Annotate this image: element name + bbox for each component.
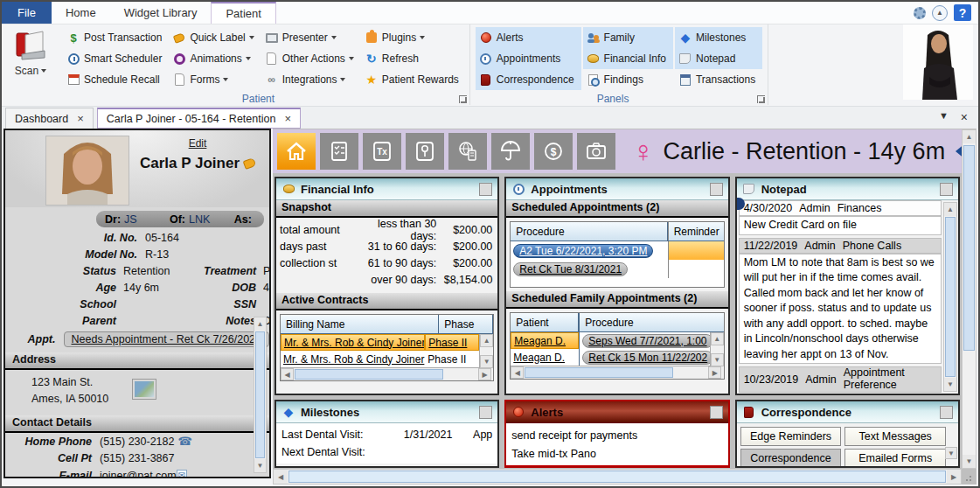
table-vertical-scrollbar[interactable]: ▲ ▼ bbox=[479, 334, 493, 368]
note-entry-body[interactable]: New Credit Card on file bbox=[739, 216, 942, 235]
presenter-button[interactable]: Presenter bbox=[263, 27, 359, 48]
reminder-cell[interactable] bbox=[668, 260, 724, 278]
home-icon[interactable] bbox=[277, 133, 316, 170]
scroll-right-icon[interactable]: ▶ bbox=[708, 366, 721, 379]
scrollbar-thumb[interactable] bbox=[525, 367, 673, 378]
column-procedure[interactable]: Procedure bbox=[579, 313, 723, 331]
scroll-down-icon[interactable]: ▼ bbox=[254, 459, 266, 472]
online-forms-globe-icon[interactable] bbox=[448, 133, 487, 170]
scroll-down-icon[interactable]: ▼ bbox=[945, 447, 957, 459]
note-entry-header[interactable]: 11/22/2019AdminPhone Calls bbox=[739, 238, 942, 254]
panel-toggle-transactions[interactable]: Transactions bbox=[675, 69, 762, 90]
tx-treatment-icon[interactable]: Tx bbox=[363, 133, 401, 170]
needs-appointment-link[interactable]: Needs Appointment - Ret Ck 7/26/2021 bbox=[64, 331, 270, 347]
previous-patient-arrow-icon[interactable] bbox=[956, 143, 962, 159]
patient-rewards-button[interactable]: ★Patient Rewards bbox=[363, 69, 464, 90]
integrations-button[interactable]: ∞Integrations bbox=[263, 69, 359, 90]
scroll-right-icon[interactable]: ▶ bbox=[947, 470, 961, 484]
scroll-up-icon[interactable]: ▲ bbox=[944, 203, 956, 216]
label-tag-icon[interactable] bbox=[243, 157, 257, 170]
findings-pin-icon[interactable] bbox=[406, 133, 444, 170]
scroll-left-icon[interactable]: ◀ bbox=[281, 368, 294, 380]
insurance-umbrella-icon[interactable] bbox=[491, 133, 530, 170]
main-horizontal-scrollbar[interactable]: ◀ ▶ bbox=[273, 469, 962, 485]
map-thumbnail-icon[interactable] bbox=[133, 380, 156, 399]
settings-gear-icon[interactable] bbox=[914, 7, 926, 19]
table-vertical-scrollbar[interactable]: ▲ ▼ bbox=[710, 332, 724, 366]
animations-button[interactable]: Animations bbox=[170, 48, 259, 69]
scan-button[interactable]: Scan bbox=[2, 24, 59, 105]
email-link[interactable]: joiner@pat.com bbox=[100, 470, 177, 479]
main-vertical-scrollbar[interactable]: ▲ ▼ bbox=[962, 129, 977, 469]
table-horizontal-scrollbar[interactable]: ◀ ▶ bbox=[511, 366, 723, 379]
appointment-row[interactable]: A2 Tue 6/22/2021, 3:20 PM bbox=[511, 241, 723, 260]
refresh-button[interactable]: ↻Refresh bbox=[363, 48, 464, 69]
contract-row[interactable]: Mr. & Mrs. Rob & Cindy Joiner Phase II bbox=[281, 334, 479, 351]
tab-list-caret-icon[interactable]: ▼ bbox=[939, 110, 949, 124]
tab-widget-library[interactable]: Widget Library bbox=[110, 2, 212, 24]
scrollbar-thumb[interactable] bbox=[945, 217, 956, 377]
close-icon[interactable]: × bbox=[77, 112, 84, 125]
family-appointment-row[interactable]: Meagan D. Seps Wed 7/7/2021, 1:00 bbox=[511, 332, 709, 349]
panel-toggle-family[interactable]: Family bbox=[583, 27, 673, 48]
scroll-up-icon[interactable]: ▲ bbox=[254, 317, 266, 331]
scroll-up-icon[interactable]: ▲ bbox=[711, 332, 724, 345]
phone-icon[interactable]: ☎ bbox=[177, 435, 191, 448]
contract-row[interactable]: Mr. & Mrs. Rob & Cindy Joiner Phase II bbox=[281, 351, 479, 367]
tab-patient-record[interactable]: Carla P Joiner - 05-164 - Retention × bbox=[97, 108, 301, 129]
reminder-cell[interactable] bbox=[668, 241, 724, 260]
panel-toggle-correspondence[interactable]: Correspondence bbox=[476, 69, 581, 90]
appointment-row[interactable]: Ret Ck Tue 8/31/2021 bbox=[511, 260, 723, 278]
column-reminder[interactable]: Reminder bbox=[668, 222, 724, 241]
panel-toggle-milestones[interactable]: ◆Milestones bbox=[675, 27, 762, 48]
panel-toggle-appointments[interactable]: Appointments bbox=[476, 48, 581, 69]
tab-patient[interactable]: Patient bbox=[211, 2, 275, 24]
scroll-up-icon[interactable]: ▲ bbox=[480, 334, 493, 347]
table-horizontal-scrollbar[interactable]: ◀ ▶ bbox=[281, 367, 493, 380]
scrollbar-thumb[interactable] bbox=[255, 331, 265, 458]
tab-home[interactable]: Home bbox=[52, 2, 110, 24]
panel-toggle-alerts[interactable]: Alerts bbox=[476, 27, 581, 48]
notepad-panel-checkbox[interactable] bbox=[940, 183, 953, 196]
notepad-scrollbar[interactable]: ▲ ▼ bbox=[943, 202, 957, 392]
note-entry-header[interactable]: 10/23/2019AdminAppointment Preference bbox=[739, 366, 942, 393]
scroll-down-icon[interactable]: ▼ bbox=[963, 455, 976, 468]
scroll-left-icon[interactable]: ◀ bbox=[274, 470, 288, 484]
correspondence-button[interactable]: Correspondence bbox=[740, 449, 842, 468]
alerts-panel-checkbox[interactable] bbox=[710, 406, 723, 419]
panel-toggle-financial-info[interactable]: Financial Info bbox=[583, 48, 673, 69]
correspondence-panel-checkbox[interactable] bbox=[940, 406, 953, 419]
scroll-down-icon[interactable]: ▼ bbox=[480, 355, 493, 368]
patient-group-dialog-launcher[interactable] bbox=[459, 95, 467, 103]
mail-icon[interactable]: ✉ bbox=[177, 470, 187, 478]
help-button[interactable]: ? bbox=[954, 4, 971, 21]
panel-toggle-findings[interactable]: Findings bbox=[583, 69, 673, 90]
milestones-panel-checkbox[interactable] bbox=[479, 406, 492, 419]
scrollbar-thumb[interactable] bbox=[288, 471, 946, 483]
text-messages-button[interactable]: Text Messages bbox=[844, 427, 946, 446]
smart-scheduler-button[interactable]: Smart Scheduler bbox=[65, 48, 167, 69]
edit-link[interactable]: Edit bbox=[189, 137, 207, 150]
scroll-right-icon[interactable]: ▶ bbox=[478, 368, 491, 380]
quick-label-button[interactable]: Quick Label bbox=[170, 27, 259, 48]
emailed-forms-button[interactable]: Emailed Forms bbox=[844, 449, 946, 468]
exam-checklist-icon[interactable] bbox=[320, 133, 358, 170]
schedule-recall-button[interactable]: Schedule Recall bbox=[65, 69, 167, 90]
scroll-down-icon[interactable]: ▼ bbox=[711, 353, 724, 366]
scroll-up-icon[interactable]: ▲ bbox=[963, 130, 976, 143]
scroll-left-icon[interactable]: ◀ bbox=[511, 366, 524, 379]
scroll-down-icon[interactable]: ▼ bbox=[944, 378, 956, 391]
note-entry-body[interactable]: Mom LM to note that 8am is best so we wi… bbox=[739, 254, 942, 365]
resize-grip[interactable] bbox=[964, 472, 975, 483]
tab-dashboard[interactable]: Dashboard × bbox=[5, 108, 94, 129]
panels-group-dialog-launcher[interactable] bbox=[757, 95, 765, 103]
imaging-camera-icon[interactable] bbox=[577, 133, 615, 170]
close-document-icon[interactable]: × bbox=[961, 110, 968, 124]
other-actions-button[interactable]: Other Actions bbox=[263, 48, 359, 69]
scrollbar-thumb[interactable] bbox=[963, 145, 975, 351]
family-appointment-row[interactable]: Meagan D. Ret Ck 15 Mon 11/22/202 bbox=[511, 349, 709, 366]
column-procedure[interactable]: Procedure bbox=[511, 222, 667, 241]
alert-line[interactable]: Take mid-tx Pano bbox=[511, 444, 722, 463]
plugins-button[interactable]: Plugins bbox=[363, 27, 464, 48]
post-transaction-button[interactable]: $Post Transaction bbox=[65, 27, 167, 48]
